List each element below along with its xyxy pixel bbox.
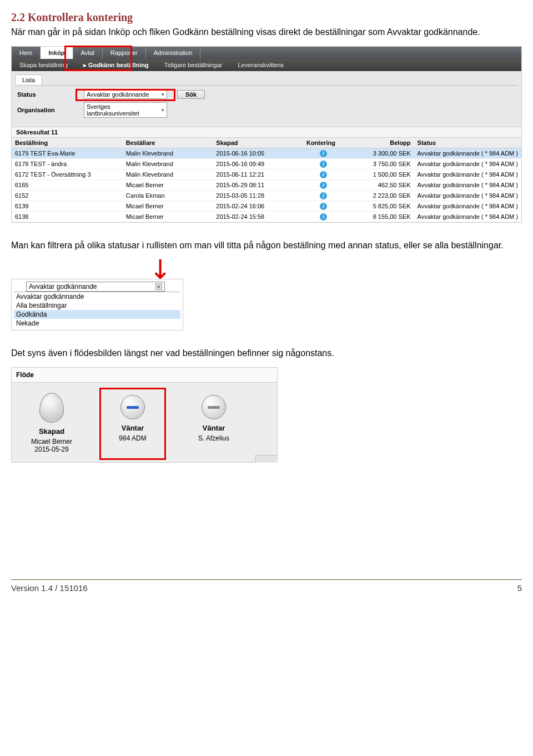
- nav-tab-administration[interactable]: Administration: [146, 47, 201, 59]
- subnav-item[interactable]: Godkänn beställning: [76, 59, 157, 71]
- flow-step-title: Skapad: [18, 427, 85, 435]
- nav-tab-rapporter[interactable]: Rapporter: [103, 47, 146, 59]
- screenshot-flow: Flöde SkapadMicael Berner2015-05-29Vänta…: [11, 367, 278, 463]
- result-count: Sökresultat 11: [12, 127, 521, 138]
- chevron-down-icon: ▾: [162, 107, 164, 113]
- organisation-select[interactable]: Sveriges lantbruksuniversitet ▾: [84, 102, 167, 118]
- nav-tab-inköp[interactable]: Inköp: [41, 47, 73, 59]
- column-header[interactable]: Skapad: [213, 138, 303, 148]
- info-icon[interactable]: i: [320, 171, 327, 178]
- filter-panel: Status Avvaktar godkännande ▾ Sök Organi…: [12, 86, 521, 127]
- flow-title: Flöde: [12, 368, 277, 383]
- resize-handle-icon: [255, 455, 278, 463]
- table-row[interactable]: 6139Micael Berner2015-02-24 16:06i5 825,…: [12, 201, 521, 211]
- info-icon[interactable]: i: [320, 213, 327, 221]
- flow-step: Väntar984 ADM: [99, 388, 166, 460]
- page-number: 5: [517, 583, 522, 593]
- nav-tab-hem[interactable]: Hem: [12, 47, 41, 59]
- flow-step-line1: 984 ADM: [101, 434, 164, 442]
- info-icon[interactable]: i: [320, 192, 327, 199]
- organisation-value: Sveriges lantbruksuniversitet: [87, 103, 162, 117]
- info-icon[interactable]: i: [320, 150, 327, 157]
- flow-step-line1: S. Afzelius: [180, 434, 247, 442]
- subnav-item[interactable]: Tidigare beställningar: [157, 59, 230, 71]
- paragraph-1: När man går in på sidan Inköp och fliken…: [11, 26, 522, 38]
- flow-step-line1: Micael Berner: [18, 438, 85, 445]
- flow-step: SkapadMicael Berner2015-05-29: [18, 393, 85, 453]
- screenshot-status-dropdown: Avvaktar godkännande v Avvaktar godkänna…: [11, 279, 183, 331]
- info-icon[interactable]: i: [320, 182, 327, 189]
- main-navbar: HemInköpAvtalRapporterAdministration: [12, 47, 521, 59]
- flow-step-title: Väntar: [101, 424, 164, 432]
- table-row[interactable]: 6172 TEST - Översättning 3Malin Klevebra…: [12, 169, 521, 179]
- flow-step-title: Väntar: [180, 424, 247, 432]
- table-row[interactable]: 6179 TEST Eva-MarieMalin Klevebrand2015-…: [12, 148, 521, 158]
- screenshot-order-list: HemInköpAvtalRapporterAdministration Ska…: [11, 46, 522, 223]
- flow-step: VäntarS. Afzelius: [180, 393, 247, 453]
- sub-navbar: Skapa beställningGodkänn beställningTidi…: [12, 59, 521, 71]
- version-text: Version 1.4 / 151016: [11, 583, 88, 593]
- result-table: BeställningBeställareSkapadKonteringBelo…: [12, 138, 521, 222]
- info-icon[interactable]: i: [320, 161, 327, 168]
- drop-icon: [39, 393, 64, 423]
- subnav-item[interactable]: Skapa beställning: [12, 59, 76, 71]
- flow-step-line2: 2015-05-29: [18, 445, 85, 453]
- dropdown-list: Avvaktar godkännandeAlla beställningarGo…: [14, 292, 180, 328]
- dropdown-option[interactable]: Avvaktar godkännande: [14, 292, 180, 301]
- status-select[interactable]: Avvaktar godkännande ▾: [84, 90, 167, 99]
- table-row[interactable]: 6152Carola Ekman2015-03-05 11:28i2 223,0…: [12, 190, 521, 201]
- page-footer: Version 1.4 / 151016 5: [11, 579, 522, 593]
- section-heading: 2.2 Kontrollera kontering: [11, 11, 522, 24]
- dropdown-option[interactable]: Godkända: [14, 310, 180, 319]
- table-row[interactable]: 6138Micael Berner2015-02-24 15:58i8 155,…: [12, 211, 521, 222]
- status-wait-icon: [120, 395, 145, 419]
- column-header[interactable]: Kontering: [303, 138, 344, 148]
- paragraph-2: Man kan filtrera på olika statusar i rul…: [11, 239, 522, 252]
- nav-tab-avtal[interactable]: Avtal: [73, 47, 103, 59]
- column-header[interactable]: Belopp: [344, 138, 414, 148]
- status-wait-icon: [202, 395, 226, 419]
- column-header[interactable]: Beställare: [123, 138, 213, 148]
- dropdown-option[interactable]: Nekade: [14, 319, 180, 328]
- table-row[interactable]: 6178 TEST - ändraMalin Klevebrand2015-06…: [12, 158, 521, 169]
- chevron-down-icon: ▾: [162, 92, 164, 97]
- status-value: Avvaktar godkännande: [87, 91, 149, 98]
- subnav-item[interactable]: Leveranskvittens: [230, 59, 291, 71]
- paragraph-3: Det syns även i flödesbilden längst ner …: [11, 347, 522, 359]
- table-row[interactable]: 6165Micael Berner2015-05-29 08:11i462,50…: [12, 179, 521, 190]
- info-icon[interactable]: i: [320, 203, 327, 210]
- organisation-label: Organisation: [17, 107, 84, 113]
- search-button[interactable]: Sök: [177, 90, 205, 99]
- status-label: Status: [17, 91, 84, 98]
- column-header[interactable]: Beställning: [12, 138, 123, 148]
- column-header[interactable]: Status: [414, 138, 521, 148]
- status-dropdown[interactable]: Avvaktar godkännande v: [26, 282, 165, 292]
- tab-lista[interactable]: Lista: [15, 74, 42, 85]
- dropdown-selected: Avvaktar godkännande: [29, 283, 97, 291]
- dropdown-option[interactable]: Alla beställningar: [14, 301, 180, 310]
